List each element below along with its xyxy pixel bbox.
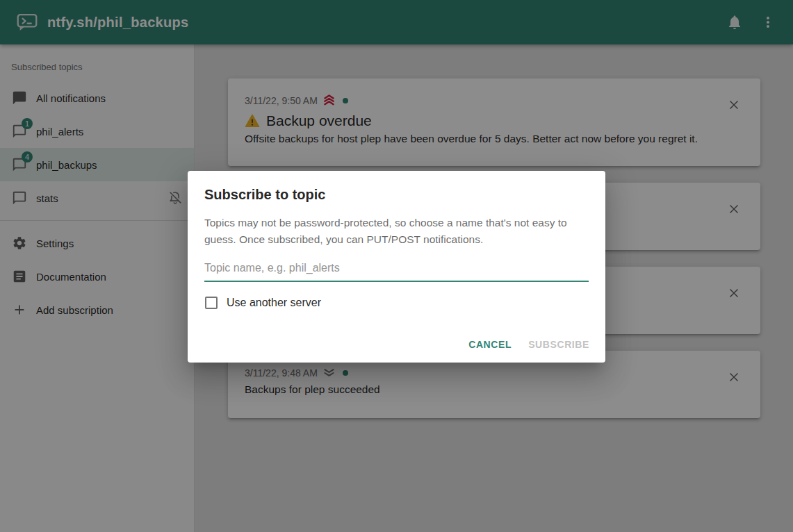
dialog-actions: CANCEL SUBSCRIBE <box>463 334 595 355</box>
dialog-description: Topics may not be password-protected, so… <box>204 215 589 248</box>
topic-name-input[interactable] <box>204 256 589 282</box>
subscribe-dialog: Subscribe to topic Topics may not be pas… <box>188 171 605 363</box>
use-another-server-option[interactable]: Use another server <box>204 297 589 309</box>
checkbox-label: Use another server <box>227 297 321 309</box>
checkbox-unchecked[interactable] <box>205 297 218 309</box>
cancel-button[interactable]: CANCEL <box>463 334 517 355</box>
dialog-title: Subscribe to topic <box>204 185 589 203</box>
subscribe-button[interactable]: SUBSCRIBE <box>523 334 595 355</box>
